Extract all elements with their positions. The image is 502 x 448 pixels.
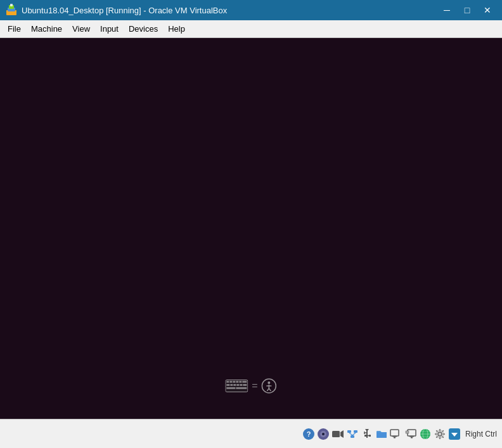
svg-rect-39 [364, 435, 367, 437]
center-overlay: = [225, 378, 276, 394]
window-title: Ubuntu18.04_Desktop [Running] - Oracle V… [22, 6, 437, 15]
overlay-separator: = [252, 380, 257, 392]
close-button[interactable]: ✕ [478, 3, 497, 18]
svg-point-20 [268, 381, 271, 384]
svg-rect-30 [332, 431, 340, 437]
menu-bar: File Machine View Input Devices Help [0, 20, 502, 38]
svg-rect-34 [351, 435, 354, 438]
svg-point-29 [322, 433, 325, 435]
svg-rect-48 [409, 436, 414, 437]
svg-rect-14 [236, 384, 239, 386]
svg-line-36 [352, 433, 356, 435]
display-icon[interactable] [390, 428, 402, 440]
svg-line-35 [349, 433, 352, 435]
svg-rect-50 [406, 431, 409, 433]
maximize-button[interactable]: □ [458, 3, 477, 18]
display2-icon[interactable] [404, 428, 417, 440]
svg-rect-11 [226, 384, 229, 386]
svg-rect-15 [240, 384, 242, 386]
network2-icon[interactable] [419, 428, 432, 440]
arrow-down-icon[interactable] [448, 428, 461, 440]
accessibility-icon [262, 378, 277, 394]
network-icon[interactable] [346, 428, 359, 440]
svg-marker-31 [340, 430, 344, 438]
svg-rect-3 [10, 4, 13, 6]
audio-icon[interactable] [317, 428, 330, 440]
help-icon[interactable]: ? [302, 428, 315, 440]
svg-rect-32 [347, 430, 351, 433]
menu-file[interactable]: File [3, 22, 26, 36]
svg-rect-13 [233, 384, 236, 386]
svg-text:?: ? [307, 430, 311, 438]
svg-rect-33 [354, 430, 357, 433]
svg-rect-5 [226, 381, 229, 383]
svg-line-24 [269, 388, 271, 391]
svg-rect-46 [394, 437, 396, 438]
menu-view[interactable]: View [67, 22, 95, 36]
svg-rect-49 [411, 437, 413, 438]
window-controls: ─ □ ✕ [437, 3, 497, 18]
svg-rect-45 [392, 436, 397, 437]
svg-marker-38 [365, 429, 369, 432]
video-icon[interactable] [331, 428, 344, 440]
menu-input[interactable]: Input [95, 22, 124, 36]
app-icon [5, 4, 18, 16]
svg-rect-17 [226, 387, 235, 389]
svg-rect-8 [236, 381, 238, 383]
svg-rect-18 [236, 387, 247, 389]
svg-rect-7 [233, 381, 235, 383]
svg-rect-41 [369, 435, 371, 437]
keyboard-icon [225, 380, 248, 392]
svg-rect-16 [243, 384, 247, 386]
minimize-button[interactable]: ─ [437, 3, 456, 18]
menu-help[interactable]: Help [163, 22, 190, 36]
svg-rect-6 [229, 381, 232, 383]
svg-rect-9 [239, 381, 241, 383]
svg-rect-10 [242, 381, 247, 383]
svg-rect-12 [230, 384, 233, 386]
folder-icon[interactable] [375, 428, 388, 440]
vm-screen[interactable]: = [0, 38, 502, 419]
status-bar: ? [0, 419, 502, 448]
menu-machine[interactable]: Machine [26, 22, 67, 36]
right-ctrl-label: Right Ctrl [465, 430, 497, 438]
title-bar: Ubuntu18.04_Desktop [Running] - Oracle V… [0, 0, 502, 20]
menu-devices[interactable]: Devices [124, 22, 163, 36]
usb-icon[interactable] [361, 428, 373, 440]
svg-rect-44 [390, 430, 399, 436]
settings-icon[interactable] [434, 428, 446, 440]
